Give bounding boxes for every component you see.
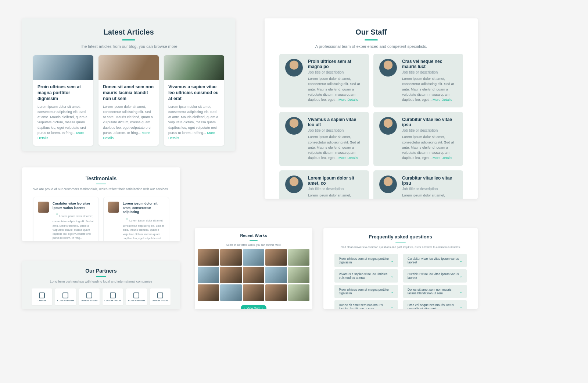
more-details-link[interactable]: More Details: [433, 156, 452, 160]
faq-item[interactable]: Vivamus a sapien vitae leo ultricies eui…: [334, 269, 398, 283]
divider: [122, 39, 135, 40]
faq-item[interactable]: Proin ultrices sem at magna porttitor di…: [334, 285, 398, 298]
divider: [96, 184, 106, 184]
staff-name: Lorem ipsum dolor sit amet, co: [308, 175, 363, 186]
staff-bio: Lorem ipsum dolor sit amet, consectetur …: [308, 76, 363, 102]
work-thumbnail[interactable]: [243, 249, 264, 266]
testimonial-avatar: [108, 202, 119, 213]
staff-card[interactable]: Curabitur vitae leo vitae ipsu Job title…: [373, 170, 463, 199]
chevron-down-icon: ⌄: [391, 290, 394, 294]
testimonial-text: ❝ Lorem ipsum dolor sit amet, consectetu…: [53, 212, 94, 240]
faq-question: Cras vel neque nec mauris luctus convall…: [408, 303, 459, 309]
article-title: Proin ultrices sem at magna porttitor di…: [37, 84, 89, 102]
faq-item[interactable]: Donec sit amet sem non mauris lacinia bl…: [403, 285, 467, 298]
work-thumbnail[interactable]: [288, 267, 309, 283]
staff-title: Our Staff: [265, 28, 478, 36]
staff-card[interactable]: Lorem ipsum dolor sit amet, co Job title…: [279, 170, 369, 199]
works-panel: Recent Works Some of our latest works, y…: [195, 228, 312, 309]
works-subtitle: Some of our latest works, you can browse…: [195, 244, 312, 246]
article-card[interactable]: Vivamus a sapien vitae leo ultricies eui…: [164, 55, 224, 146]
work-thumbnail[interactable]: [243, 267, 264, 283]
work-thumbnail[interactable]: [288, 249, 309, 266]
avatar: [379, 175, 397, 193]
article-card[interactable]: Donec sit amet sem non mauris lacinia bl…: [98, 55, 159, 146]
partner-logo[interactable]: LOREM: [32, 288, 52, 305]
carousel-dots: [22, 146, 235, 151]
partner-logo[interactable]: LOREM IPSUM: [150, 288, 171, 305]
staff-bio: Lorem ipsum dolor sit amet, consectetur …: [308, 193, 363, 199]
work-thumbnail[interactable]: [220, 284, 241, 301]
work-thumbnail[interactable]: [220, 249, 241, 266]
more-details-link[interactable]: More Details: [433, 97, 452, 102]
faq-item[interactable]: Curabitur vitae leo vitae ipsum varius l…: [403, 269, 467, 283]
chevron-left-icon: ‹: [244, 307, 245, 309]
testimonial-card: Curabitur vitae leo vitae ipsum varius l…: [33, 197, 99, 241]
staff-job: Job title or description: [402, 70, 457, 74]
divider: [395, 242, 406, 242]
testimonial-text: ❝ Lorem ipsum dolor sit amet, consectetu…: [123, 216, 164, 241]
staff-job: Job title or description: [308, 187, 363, 191]
partner-logo[interactable]: LOREM IPSUM: [55, 288, 76, 305]
staff-card[interactable]: Cras vel neque nec mauris luct Job title…: [373, 54, 463, 107]
divider: [250, 240, 258, 241]
faq-item[interactable]: Proin ultrices sem at magna porttitor di…: [334, 254, 398, 267]
article-card[interactable]: Proin ultrices sem at magna porttitor di…: [33, 55, 93, 146]
work-thumbnail[interactable]: [265, 249, 287, 266]
articles-panel: Latest Articles The latest articles from…: [22, 18, 235, 151]
work-thumbnail[interactable]: [265, 284, 287, 301]
chevron-down-icon: ⌄: [459, 274, 462, 278]
staff-name: Vivamus a sapien vitae leo ult: [308, 117, 363, 127]
staff-card[interactable]: Curabitur vitae leo vitae ipsu Job title…: [373, 112, 463, 166]
testimonial-title: Curabitur vitae leo vitae ipsum varius l…: [53, 202, 94, 210]
staff-job: Job title or description: [308, 128, 363, 132]
view-more-button[interactable]: ‹View More›: [241, 305, 266, 309]
logo-icon: [62, 292, 68, 298]
partner-logo[interactable]: LOREM IPSUM: [79, 288, 100, 305]
faq-question: Vivamus a sapien vitae leo ultricies eui…: [339, 272, 391, 280]
work-thumbnail[interactable]: [243, 284, 264, 301]
partner-name: LOREM IPSUM: [81, 299, 98, 302]
staff-card[interactable]: Vivamus a sapien vitae leo ult Job title…: [279, 112, 369, 166]
testimonial-title: Lorem ipsum dolor sit amet, consectetur …: [123, 202, 164, 214]
work-thumbnail[interactable]: [288, 284, 309, 301]
partners-subtitle: Long term partnerships with leading loca…: [22, 280, 180, 283]
chevron-down-icon: ⌄: [391, 305, 394, 309]
chevron-down-icon: ⌄: [459, 290, 462, 294]
logo-icon: [157, 292, 163, 298]
work-thumbnail[interactable]: [265, 267, 287, 283]
faq-title: Frequently asked questions: [323, 234, 478, 240]
article-title: Donec sit amet sem non mauris lacinia bl…: [103, 84, 154, 102]
work-thumbnail[interactable]: [198, 284, 219, 301]
faq-item[interactable]: Curabitur vitae leo vitae ipsum varius l…: [403, 254, 467, 267]
logo-icon: [39, 292, 45, 298]
faq-item[interactable]: Donec sit amet sem non mauris lacinia bl…: [334, 300, 398, 309]
work-thumbnail[interactable]: [198, 267, 219, 283]
partner-logo[interactable]: LOREM IPSUM: [103, 288, 123, 305]
staff-name: Curabitur vitae leo vitae ipsu: [402, 117, 457, 127]
staff-job: Job title or description: [402, 187, 457, 191]
work-thumbnail[interactable]: [198, 249, 219, 266]
partner-name: LOREM: [38, 299, 46, 302]
faq-item[interactable]: Cras vel neque nec mauris luctus convall…: [403, 300, 467, 309]
avatar: [285, 59, 303, 77]
staff-bio: Lorem ipsum dolor sit amet, consectetur …: [308, 134, 363, 160]
staff-card[interactable]: Proin ultrices sem at magna po Job title…: [279, 54, 369, 107]
partner-name: LOREM IPSUM: [152, 299, 169, 302]
more-details-link[interactable]: More Details: [338, 156, 358, 160]
article-image: [98, 55, 159, 80]
faq-question: Proin ultrices sem at magna porttitor di…: [339, 257, 391, 264]
staff-job: Job title or description: [402, 128, 457, 132]
partner-logo[interactable]: LOREM IPSUM: [126, 288, 147, 305]
staff-name: Curabitur vitae leo vitae ipsu: [402, 175, 457, 186]
avatar: [379, 117, 397, 135]
more-details-link[interactable]: More Details: [338, 97, 358, 102]
avatar: [285, 117, 303, 135]
testimonial-card: Lorem ipsum dolor sit amet, consectetur …: [103, 197, 169, 241]
faq-panel: Frequently asked questions Find clear an…: [323, 228, 478, 309]
faq-question: Donec sit amet sem non mauris lacinia bl…: [339, 303, 391, 309]
logo-icon: [133, 292, 139, 298]
chevron-down-icon: ⌄: [459, 259, 462, 263]
staff-bio: Lorem ipsum dolor sit amet, consectetur …: [402, 134, 457, 160]
work-thumbnail[interactable]: [220, 267, 241, 283]
article-image: [164, 55, 224, 80]
